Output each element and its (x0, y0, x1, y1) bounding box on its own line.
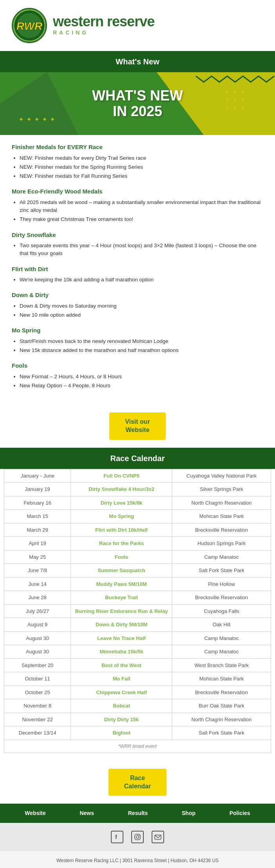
race-calendar-button[interactable]: RaceCalendar (109, 769, 166, 796)
list-item: NEW: Finisher medals for every Dirty Tra… (20, 154, 263, 162)
list-item: Two separate events this year – 4 Hour (… (20, 242, 263, 258)
table-row: March 15Mo SpringMohican State Park (4, 510, 271, 523)
table-cell-date: August 9 (4, 618, 71, 632)
race-calendar-table: January - JuneFull On CVNP5Cuyahoga Vall… (4, 469, 271, 753)
svg-point-10 (234, 98, 236, 101)
legal-footer: Western Reserve Racing LLC | 3001 Ravenn… (0, 851, 275, 868)
table-cell-race: Leave No Trace Half (71, 631, 172, 645)
svg-point-11 (242, 98, 244, 101)
table-row: January - JuneFull On CVNP5Cuyahoga Vall… (4, 469, 271, 483)
section-down-dirty: Down & Dirty Down & Dirty moves to Satur… (12, 291, 263, 319)
social-area: f (0, 823, 275, 851)
svg-marker-5 (0, 72, 78, 135)
table-row: November 22Dirty Dirty 15kNorth Chagrin … (4, 713, 271, 726)
table-cell-race: Flirt with Dirt 10k/Half (71, 523, 172, 537)
table-cell-location: Burr Oak State Park (172, 699, 271, 713)
table-cell-race: Fools (71, 550, 172, 564)
table-cell-date: March 29 (4, 523, 71, 537)
email-icon[interactable] (152, 831, 164, 843)
section-list-down-dirty: Down & Dirty moves to Saturday morning N… (12, 302, 263, 319)
table-cell-date: November 22 (4, 713, 71, 726)
table-cell-date: October 11 (4, 672, 71, 686)
table-row: May 25FoolsCamp Manatoc (4, 550, 271, 564)
section-eco-medals: More Eco-Friendly Wood Medals All 2025 m… (12, 187, 263, 223)
header: RWR western reserve RACING (0, 0, 275, 51)
section-list-flirt: We're keeping the 10k and adding a half … (12, 276, 263, 284)
footer-nav: Website News Results Shop Policies (0, 804, 275, 823)
list-item: NEW: Finisher medals for the Spring Runn… (20, 163, 263, 171)
section-title-mo-spring: Mo Spring (12, 326, 263, 335)
footer-nav-news[interactable]: News (80, 809, 94, 817)
whats-new-header: What's New (0, 51, 275, 72)
list-item: New 15k distance added to the marathon a… (20, 346, 263, 354)
svg-rect-26 (135, 834, 140, 840)
table-cell-location: Camp Manatoc (172, 550, 271, 564)
list-item: They make great Christmas Tree ornaments… (20, 215, 263, 223)
table-cell-location: Salt Fork State Park (172, 726, 271, 740)
table-cell-race: Summer Sasquatch (71, 564, 172, 578)
table-cell-race: Dirty Love 15k/8k (71, 496, 172, 510)
svg-point-8 (242, 91, 244, 93)
table-cell-date: January 19 (4, 483, 71, 496)
race-calendar-header: Race Calendar (0, 448, 275, 469)
footer-nav-website[interactable]: Website (25, 809, 45, 817)
facebook-icon[interactable]: f (111, 831, 123, 843)
whats-new-banner: WHAT'S NEW IN 2025 (0, 72, 275, 135)
table-cell-race: Buckeye Trail (71, 591, 172, 605)
table-row: October 25Chippewa Creek HalfBrecksville… (4, 686, 271, 699)
table-cell-location: Brecksville Reservation (172, 591, 271, 605)
svg-text:RWR: RWR (16, 20, 43, 32)
section-title-down-dirty: Down & Dirty (12, 291, 263, 300)
table-cell-location: Brecksville Reservation (172, 686, 271, 699)
table-cell-date: June 28 (4, 591, 71, 605)
footer-nav-policies[interactable]: Policies (230, 809, 250, 817)
list-item: New Format – 2 Hours, 4 Hours, or 8 Hour… (20, 373, 263, 381)
list-item: We're keeping the 10k and adding a half … (20, 276, 263, 284)
section-list-finisher: NEW: Finisher medals for every Dirty Tra… (12, 154, 263, 181)
table-cell-date: August 30 (4, 645, 71, 659)
list-item: Down & Dirty moves to Saturday morning (20, 302, 263, 310)
section-title-snowflake: Dirty Snowflake (12, 231, 263, 240)
section-list-snowflake: Two separate events this year – 4 Hour (… (12, 242, 263, 258)
svg-point-6 (226, 91, 228, 93)
footer-nav-results[interactable]: Results (128, 809, 148, 817)
table-cell-race: Mo Fall (71, 672, 172, 686)
table-cell-location: North Chagrin Reservation (172, 713, 271, 726)
logo-circle: RWR (12, 8, 47, 43)
table-row: February 16Dirty Love 15k/8kNorth Chagri… (4, 496, 271, 510)
svg-point-12 (226, 106, 228, 109)
logo-brand: western reserve RACING (53, 15, 154, 37)
table-cell-race: Best of the West (71, 658, 172, 672)
list-item: New 10 mile option added (20, 311, 263, 319)
race-calendar-cta-wrapper: RaceCalendar (0, 761, 275, 804)
table-cell-location: Silver Springs Park (172, 483, 271, 496)
footer-nav-shop[interactable]: Shop (182, 809, 195, 817)
address: Western Reserve Racing LLC | 3001 Ravenn… (8, 857, 267, 864)
svg-point-7 (234, 91, 236, 93)
table-cell-note: *WRR timed event (4, 740, 271, 753)
table-cell-location: Cuyahoga Falls (172, 604, 271, 618)
table-row: June 28Buckeye TrailBrecksville Reservat… (4, 591, 271, 605)
table-cell-race: Down & Dirty 5M/10M (71, 618, 172, 632)
table-cell-race: Chippewa Creek Half (71, 686, 172, 699)
table-row: *WRR timed event (4, 740, 271, 753)
table-cell-race: Burning River Endurance Run & Relay (71, 604, 172, 618)
table-row: January 19Dirty Snowflake 4 Hour/3x2Silv… (4, 483, 271, 496)
table-cell-race: Race for the Parks (71, 537, 172, 551)
svg-point-14 (242, 106, 244, 109)
table-row: April 19Race for the ParksHudson Springs… (4, 537, 271, 551)
table-cell-location: Camp Manatoc (172, 645, 271, 659)
table-row: March 29Flirt with Dirt 10k/HalfBrecksvi… (4, 523, 271, 537)
section-list-mo-spring: Start/Finish moves back to the newly ren… (12, 337, 263, 355)
visit-website-button[interactable]: Visit ourWebsite (109, 412, 166, 440)
svg-point-13 (234, 106, 236, 109)
svg-point-27 (136, 836, 139, 839)
table-cell-race: Mo Spring (71, 510, 172, 523)
table-row: September 20Best of the WestWest Branch … (4, 658, 271, 672)
section-dirty-snowflake: Dirty Snowflake Two separate events this… (12, 231, 263, 258)
table-row: November 8BobcatBurr Oak State Park (4, 699, 271, 713)
email-wrapper: RWR western reserve RACING What's New (0, 0, 275, 868)
instagram-icon[interactable] (131, 831, 144, 843)
table-cell-date: December 13/14 (4, 726, 71, 740)
table-cell-location: Pine Hollow (172, 577, 271, 591)
